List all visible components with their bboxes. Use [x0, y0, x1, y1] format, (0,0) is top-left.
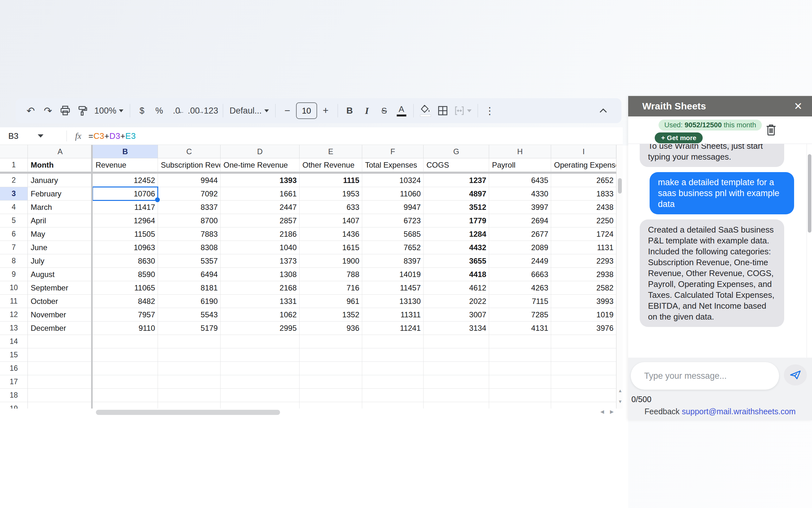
cell-A5[interactable]: April [28, 214, 93, 227]
close-icon[interactable]: ✕ [794, 101, 802, 111]
cell-H10[interactable]: 4263 [489, 281, 551, 295]
row-header-19[interactable]: 19 [0, 402, 28, 409]
message-input[interactable] [631, 362, 779, 390]
column-header-D[interactable]: D [221, 145, 299, 158]
cell-A12[interactable]: November [28, 308, 93, 322]
row-header-10[interactable]: 10 [0, 281, 28, 295]
cell-A15[interactable] [28, 348, 93, 362]
more-options-button[interactable]: ⋮ [481, 101, 498, 120]
cell-C2[interactable]: 9944 [158, 174, 221, 187]
column-header-F[interactable]: F [362, 145, 424, 158]
cell-H16[interactable] [489, 362, 551, 375]
feedback-email-link[interactable]: support@mail.wraithsheets.com [682, 407, 796, 416]
cell-E19[interactable] [299, 402, 362, 409]
cell-B17[interactable] [93, 375, 158, 389]
cell-A4[interactable]: March [28, 201, 93, 214]
cell-G14[interactable] [424, 335, 489, 348]
cell-C19[interactable] [158, 402, 221, 409]
cell-C4[interactable]: 8337 [158, 201, 221, 214]
cell-I7[interactable]: 1131 [551, 241, 616, 254]
cell-A3[interactable]: February [28, 187, 93, 201]
cell-B6[interactable]: 11505 [93, 227, 158, 241]
scroll-up-arrow[interactable]: ▲ [618, 388, 622, 393]
cell-G1[interactable]: COGS [424, 158, 489, 172]
cell-G4[interactable]: 3512 [424, 201, 489, 214]
cell-D3[interactable]: 1661 [221, 187, 299, 201]
cell-A17[interactable] [28, 375, 93, 389]
cell-B9[interactable]: 8590 [93, 268, 158, 281]
cell-G17[interactable] [424, 375, 489, 389]
format-currency-button[interactable]: $ [133, 101, 151, 120]
cell-F6[interactable]: 5685 [362, 227, 424, 241]
cell-E9[interactable]: 788 [299, 268, 362, 281]
cell-A16[interactable] [28, 362, 93, 375]
cell-E13[interactable]: 936 [299, 322, 362, 335]
cell-I9[interactable]: 2938 [551, 268, 616, 281]
cell-E18[interactable] [299, 389, 362, 402]
cell-B13[interactable]: 9110 [93, 322, 158, 335]
cell-E3[interactable]: 1953 [299, 187, 362, 201]
cell-I14[interactable] [551, 335, 616, 348]
cell-F18[interactable] [362, 389, 424, 402]
row-header-15[interactable]: 15 [0, 348, 28, 362]
cell-A6[interactable]: May [28, 227, 93, 241]
increase-decimal-button[interactable]: .00→ [185, 101, 202, 120]
cell-I8[interactable]: 2293 [551, 254, 616, 268]
cell-F1[interactable]: Total Expenses [362, 158, 424, 172]
cell-E4[interactable]: 633 [299, 201, 362, 214]
row-header-2[interactable]: 2 [0, 174, 28, 187]
cell-I17[interactable] [551, 375, 616, 389]
cell-I19[interactable] [551, 402, 616, 409]
cell-C14[interactable] [158, 335, 221, 348]
row-header-17[interactable]: 17 [0, 375, 28, 389]
collapse-toolbar-button[interactable] [594, 101, 612, 120]
cell-E7[interactable]: 1615 [299, 241, 362, 254]
cell-C8[interactable]: 5357 [158, 254, 221, 268]
row-header-7[interactable]: 7 [0, 241, 28, 254]
cell-F9[interactable]: 14019 [362, 268, 424, 281]
cell-G13[interactable]: 3134 [424, 322, 489, 335]
cell-I16[interactable] [551, 362, 616, 375]
cell-B11[interactable]: 8482 [93, 295, 158, 308]
cell-E17[interactable] [299, 375, 362, 389]
row-header-8[interactable]: 8 [0, 254, 28, 268]
cell-F4[interactable]: 9947 [362, 201, 424, 214]
clear-chat-button[interactable] [765, 124, 777, 136]
cell-B8[interactable]: 8630 [93, 254, 158, 268]
cell-D14[interactable] [221, 335, 299, 348]
scroll-right-arrow[interactable]: ▶ [610, 409, 614, 415]
row-header-12[interactable]: 12 [0, 308, 28, 322]
column-header-A[interactable]: A [28, 145, 93, 158]
cell-H14[interactable] [489, 335, 551, 348]
cell-G8[interactable]: 3655 [424, 254, 489, 268]
cell-D1[interactable]: One-time Revenue [221, 158, 299, 172]
cell-F10[interactable]: 11457 [362, 281, 424, 295]
cell-C5[interactable]: 8700 [158, 214, 221, 227]
cell-I15[interactable] [551, 348, 616, 362]
cell-C9[interactable]: 6494 [158, 268, 221, 281]
cell-B14[interactable] [93, 335, 158, 348]
horizontal-scroll-thumb[interactable] [96, 410, 280, 415]
cell-F2[interactable]: 10324 [362, 174, 424, 187]
cell-C3[interactable]: 7092 [158, 187, 221, 201]
cell-D9[interactable]: 1308 [221, 268, 299, 281]
cell-D12[interactable]: 1062 [221, 308, 299, 322]
cell-G7[interactable]: 4432 [424, 241, 489, 254]
cell-I1[interactable]: Operating Expenses [551, 158, 616, 172]
cell-H17[interactable] [489, 375, 551, 389]
cell-E10[interactable]: 716 [299, 281, 362, 295]
row-header-5[interactable]: 5 [0, 214, 28, 227]
cell-G11[interactable]: 2022 [424, 295, 489, 308]
cell-C1[interactable]: Subscription Revenue [158, 158, 221, 172]
scroll-down-arrow[interactable]: ▼ [618, 399, 622, 404]
cell-A19[interactable] [28, 402, 93, 409]
cell-H15[interactable] [489, 348, 551, 362]
cell-D11[interactable]: 1331 [221, 295, 299, 308]
cell-H11[interactable]: 7115 [489, 295, 551, 308]
cell-H12[interactable]: 7285 [489, 308, 551, 322]
row-header-9[interactable]: 9 [0, 268, 28, 281]
select-all-corner[interactable] [0, 145, 28, 158]
strikethrough-button[interactable]: S [376, 101, 393, 120]
decrease-font-size-button[interactable]: − [279, 101, 296, 120]
cell-D17[interactable] [221, 375, 299, 389]
